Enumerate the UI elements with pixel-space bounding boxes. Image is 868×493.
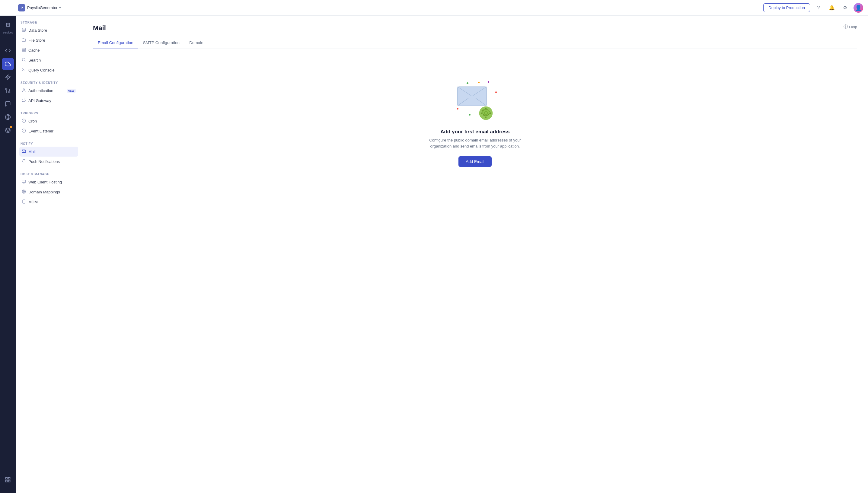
search-label: Search (28, 58, 76, 62)
data-store-label: Data Store (28, 28, 76, 33)
notify-section-label: NOTIFY (19, 142, 78, 145)
app-icon: P (18, 4, 25, 12)
sidebar-item-services[interactable]: ⊞ Services (0, 17, 16, 37)
main-content: Mail ⓘ Help Email Configuration SMTP Con… (82, 16, 868, 493)
envelope-svg (457, 85, 487, 107)
page-title: Mail (93, 24, 106, 32)
user-avatar[interactable]: 👤 (853, 3, 863, 13)
rail-item-functions[interactable] (2, 71, 14, 83)
app-name: PayslipGenerator (27, 5, 57, 10)
tabs-container: Email Configuration SMTP Configuration D… (93, 38, 857, 49)
tab-smtp-configuration[interactable]: SMTP Configuration (138, 38, 185, 49)
domain-mappings-icon (22, 190, 26, 195)
api-gateway-label: API Gateway (28, 98, 76, 103)
mail-illustration (451, 79, 499, 122)
dot-6 (469, 114, 470, 115)
gear-svg (479, 106, 493, 121)
rail-item-chat[interactable] (2, 98, 14, 110)
sidebar-item-event-listener[interactable]: Event Listener (19, 126, 78, 136)
dot-4 (495, 91, 497, 93)
sidebar: Cloud Scale STORAGE Data Store File Stor… (16, 0, 82, 493)
query-console-icon (22, 68, 26, 73)
rail-item-code[interactable] (2, 45, 14, 57)
svg-rect-7 (8, 478, 10, 479)
help-link[interactable]: ⓘ Help (844, 24, 857, 29)
file-store-icon (22, 38, 26, 43)
api-gateway-icon (22, 98, 26, 103)
sidebar-item-query-console[interactable]: Query Console (19, 65, 78, 75)
dot-5 (457, 108, 459, 109)
search-icon (22, 58, 26, 63)
cache-icon (22, 48, 26, 53)
sidebar-item-cron[interactable]: Cron (19, 116, 78, 126)
sidebar-section-triggers: TRIGGERS Cron Event Listener (16, 107, 82, 137)
sidebar-item-data-store[interactable]: Data Store (19, 25, 78, 35)
help-text: Help (849, 25, 857, 29)
app-selector[interactable]: P PayslipGenerator ▾ (16, 3, 63, 13)
sidebar-section-security: SECURITY & IDENTITY Authentication NEW A… (16, 76, 82, 107)
sidebar-item-cache[interactable]: Cache (19, 45, 78, 55)
sidebar-item-search[interactable]: Search (19, 55, 78, 65)
push-notifications-label: Push Notifications (28, 159, 76, 164)
chevron-down-icon: ▾ (59, 6, 61, 10)
services-label: Services (3, 31, 13, 34)
sidebar-item-mdm[interactable]: MDM (19, 197, 78, 207)
notifications-btn[interactable]: 🔔 (827, 3, 837, 13)
mdm-label: MDM (28, 200, 76, 204)
tab-domain[interactable]: Domain (185, 38, 208, 49)
svg-rect-9 (6, 480, 7, 482)
empty-title: Add your first email address (440, 129, 510, 135)
sidebar-item-domain-mappings[interactable]: Domain Mappings (19, 187, 78, 197)
deploy-button[interactable]: Deploy to Production (763, 3, 810, 12)
event-listener-label: Event Listener (28, 129, 76, 133)
query-console-label: Query Console (28, 68, 76, 72)
svg-rect-8 (8, 480, 10, 482)
help-icon-btn[interactable]: ? (814, 3, 823, 13)
svg-point-1 (9, 91, 10, 93)
authentication-badge: NEW (67, 89, 76, 93)
authentication-icon (22, 88, 26, 93)
svg-rect-22 (22, 180, 26, 183)
gear-icon: ⚙ (843, 5, 847, 10)
sidebar-section-host: HOST & MANAGE Web Client Hosting Domain … (16, 168, 82, 208)
svg-rect-12 (22, 49, 26, 50)
tab-email-configuration[interactable]: Email Configuration (93, 38, 138, 49)
mail-icon (22, 149, 26, 154)
domain-mappings-label: Domain Mappings (28, 190, 76, 194)
question-icon: ? (817, 5, 820, 10)
mdm-icon (22, 199, 26, 205)
push-notifications-icon (22, 159, 26, 164)
sidebar-item-push-notifications[interactable]: Push Notifications (19, 156, 78, 167)
data-store-icon (22, 28, 26, 33)
add-email-button[interactable]: Add Email (459, 156, 492, 167)
svg-point-38 (485, 112, 487, 114)
svg-rect-13 (22, 51, 26, 51)
rail-item-globe[interactable] (2, 111, 14, 123)
rail-item-cloud[interactable] (2, 58, 14, 70)
svg-line-15 (25, 61, 26, 62)
web-client-hosting-label: Web Client Hosting (28, 180, 76, 184)
rail-item-git[interactable] (2, 84, 14, 97)
icon-rail: ✦ ⊞ Services (0, 0, 16, 493)
rail-item-grid[interactable] (2, 474, 14, 486)
storage-section-label: STORAGE (19, 21, 78, 24)
web-client-hosting-icon (22, 179, 26, 185)
svg-marker-0 (6, 75, 10, 80)
sidebar-item-authentication[interactable]: Authentication NEW (19, 86, 78, 95)
sidebar-section-storage: STORAGE Data Store File Store Cache (16, 16, 82, 76)
sidebar-item-mail[interactable]: Mail (19, 147, 78, 156)
rail-divider-1 (3, 41, 13, 41)
sidebar-item-file-store[interactable]: File Store (19, 35, 78, 45)
settings-btn[interactable]: ⚙ (840, 3, 850, 13)
svg-point-2 (6, 88, 7, 90)
dot-2 (478, 82, 480, 83)
event-listener-icon (22, 129, 26, 134)
page-header: Mail ⓘ Help (93, 24, 857, 32)
security-section-label: SECURITY & IDENTITY (19, 81, 78, 84)
sidebar-item-web-client-hosting[interactable]: Web Client Hosting (19, 177, 78, 187)
rail-item-ai[interactable] (2, 124, 14, 136)
sidebar-item-api-gateway[interactable]: API Gateway (19, 95, 78, 106)
svg-point-10 (22, 28, 26, 29)
sidebar-section-notify: NOTIFY Mail Push Notifications (16, 137, 82, 168)
cron-icon (22, 119, 26, 124)
